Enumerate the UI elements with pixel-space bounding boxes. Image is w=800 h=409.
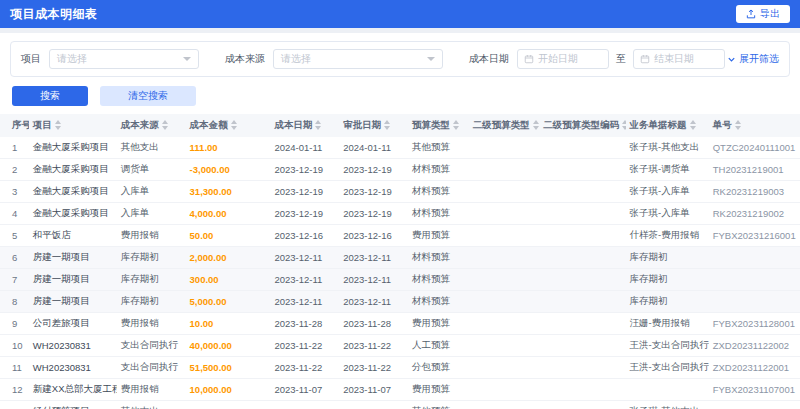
table-cell: 2023-11-07 [339, 379, 408, 401]
table-row[interactable]: 4金融大厦采购项目入库单4,000.002023-12-192023-12-19… [0, 203, 800, 225]
column-header[interactable]: 成本来源 [117, 114, 186, 137]
table-cell: 100,000,000.00 [186, 401, 271, 409]
column-header[interactable]: 单号 [709, 114, 800, 137]
main-content: 项目 请选择 成本来源 请选择 成本日期 开始日期 至 [0, 41, 800, 409]
table-row[interactable]: 2金融大厦采购项目调货单-3,000.002023-12-192023-12-1… [0, 159, 800, 181]
sort-icon[interactable] [384, 120, 390, 130]
table-cell [469, 137, 539, 159]
table-cell: 王洪-支出合同执行 [626, 357, 709, 379]
table-cell: 库存期初 [117, 269, 186, 291]
table-row[interactable]: 5和平饭店费用报销50.002023-12-162023-12-16费用预算什样… [0, 225, 800, 247]
table-cell: 支出合同执行 [117, 335, 186, 357]
sort-icon[interactable] [453, 120, 459, 130]
table-body: 1金融大厦采购项目其他支出111.002024-01-112024-01-11其… [0, 137, 800, 409]
table-cell: 6 [0, 247, 29, 269]
table-cell: QTZC20240111001 [709, 137, 800, 159]
table-cell: 31,300.00 [186, 181, 271, 203]
expand-filter-label: 展开筛选 [739, 52, 779, 66]
table-cell: 300.00 [186, 269, 271, 291]
table-cell: 金融大厦采购项目 [29, 181, 117, 203]
table-cell: 新建XX总部大厦工程二期 [29, 379, 117, 401]
table-row[interactable]: 1金融大厦采购项目其他支出111.002024-01-112024-01-11其… [0, 137, 800, 159]
table-cell: 材料预算 [408, 291, 469, 313]
table-cell [539, 181, 625, 203]
page-title: 项目成本明细表 [10, 6, 98, 23]
table-row[interactable]: 12新建XX总部大厦工程二期费用报销10,000.002023-11-07202… [0, 379, 800, 401]
table-cell: 2,000.00 [186, 247, 271, 269]
table-cell: 2023-10-27 [339, 401, 408, 409]
date-start-input[interactable]: 开始日期 [517, 49, 609, 69]
column-header[interactable]: 二级预算类型编码 [539, 114, 625, 137]
column-header: 序号 [0, 114, 29, 137]
table-cell: 材料预算 [408, 203, 469, 225]
table-cell: 2023-12-19 [270, 203, 339, 225]
column-header[interactable]: 审批日期 [339, 114, 408, 137]
table-cell: ZXD20231122001 [709, 357, 800, 379]
table-row[interactable]: 3金融大厦采购项目入库单31,300.002023-12-192023-12-1… [0, 181, 800, 203]
table-row[interactable]: 11WH20230831支出合同执行51,500.002023-11-22202… [0, 357, 800, 379]
clear-search-button[interactable]: 清空搜索 [100, 86, 196, 106]
table-cell: 什样茶-费用报销 [626, 225, 709, 247]
table-cell: 50.00 [186, 225, 271, 247]
table-cell: 人工预算 [408, 335, 469, 357]
export-button-label: 导出 [760, 7, 780, 21]
date-separator: 至 [616, 52, 626, 66]
table-cell: 2023-12-11 [339, 247, 408, 269]
table-cell: 其他预算 [408, 137, 469, 159]
table-cell: 其他支出 [117, 401, 186, 409]
project-select[interactable]: 请选择 [49, 49, 199, 69]
project-filter: 项目 请选择 [21, 49, 199, 69]
date-filter: 成本日期 开始日期 至 结束日期 [469, 49, 725, 69]
column-header[interactable]: 项目 [29, 114, 117, 137]
header-divider [0, 28, 800, 33]
sort-icon[interactable] [735, 120, 741, 130]
table-cell [539, 137, 625, 159]
column-header[interactable]: 成本日期 [270, 114, 339, 137]
date-end-input[interactable]: 结束日期 [633, 49, 725, 69]
table-cell: 费用报销 [117, 313, 186, 335]
column-header[interactable]: 预算类型 [408, 114, 469, 137]
table-cell: 10.00 [186, 313, 271, 335]
expand-filter-link[interactable]: 展开筛选 [727, 52, 779, 66]
table-cell: 入库单 [117, 203, 186, 225]
table-cell [539, 269, 625, 291]
search-button[interactable]: 搜索 [12, 86, 88, 106]
sort-icon[interactable] [690, 120, 696, 130]
table-cell: QTZC20231027002 [709, 401, 800, 409]
sort-icon[interactable] [162, 120, 168, 130]
table-cell [539, 291, 625, 313]
sort-icon[interactable] [622, 120, 625, 130]
source-filter-label: 成本来源 [225, 52, 265, 66]
table-cell: 2023-10-27 [270, 401, 339, 409]
table-cell: 库存期初 [626, 247, 709, 269]
table-cell: FYBX20231128001 [709, 313, 800, 335]
table-cell: 9 [0, 313, 29, 335]
table-cell: 经付预算项目 [29, 401, 117, 409]
table-cell: 库存期初 [117, 247, 186, 269]
column-header[interactable]: 业务单据标题 [626, 114, 709, 137]
table-row[interactable]: 9公司差旅项目费用报销10.002023-11-282023-11-28费用预算… [0, 313, 800, 335]
table-cell [626, 379, 709, 401]
calendar-icon [524, 54, 534, 64]
source-select[interactable]: 请选择 [273, 49, 443, 69]
table-row[interactable]: 8房建一期项目库存期初5,000.002023-12-112023-12-11材… [0, 291, 800, 313]
column-header[interactable]: 二级预算类型 [469, 114, 539, 137]
table-cell: 3 [0, 181, 29, 203]
table-row[interactable]: 13经付预算项目其他支出100,000,000.002023-10-272023… [0, 401, 800, 409]
table-cell: 和平饭店 [29, 225, 117, 247]
export-button[interactable]: 导出 [736, 5, 790, 23]
table-cell: 张子琪-调货单 [626, 159, 709, 181]
table-cell: 2023-12-19 [339, 159, 408, 181]
table-cell: 材料预算 [408, 269, 469, 291]
table-cell [469, 401, 539, 409]
table-cell: 2023-11-28 [270, 313, 339, 335]
table-row[interactable]: 6房建一期项目库存期初2,000.002023-12-112023-12-11材… [0, 247, 800, 269]
table-cell: 2023-12-11 [339, 291, 408, 313]
sort-icon[interactable] [315, 120, 321, 130]
column-header[interactable]: 成本金额 [186, 114, 271, 137]
table-row[interactable]: 10WH20230831支出合同执行40,000.002023-11-22202… [0, 335, 800, 357]
sort-icon[interactable] [533, 120, 539, 130]
sort-icon[interactable] [231, 120, 237, 130]
sort-icon[interactable] [55, 120, 61, 130]
table-row[interactable]: 7房建一期项目库存期初300.002023-12-112023-12-11材料预… [0, 269, 800, 291]
